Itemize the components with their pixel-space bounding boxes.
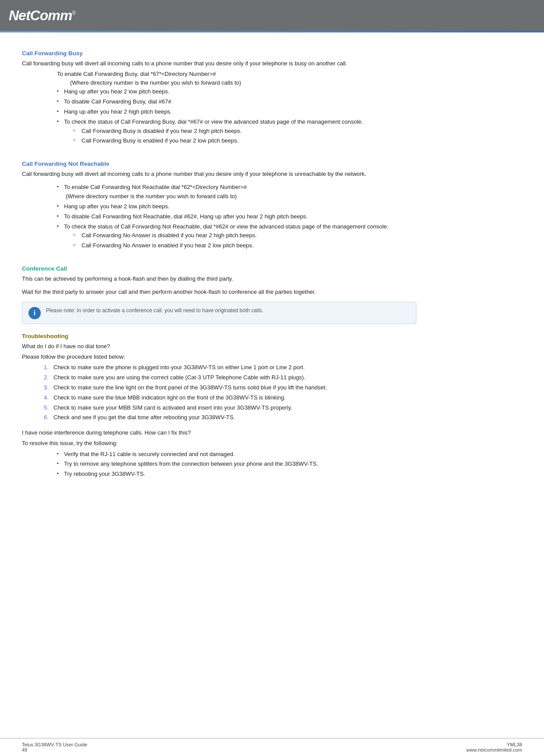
list-item: 6.Check and see if you get the dial tone… bbox=[44, 413, 522, 422]
list-item: 5.Check to make sure your MBB SIM card i… bbox=[44, 403, 522, 413]
conference-para2: Wait for the third party to answer your … bbox=[22, 288, 522, 296]
list-item: To enable Call Forwarding Not Reachable … bbox=[57, 183, 522, 201]
busy-circles: Call Forwarding Busy is disabled if you … bbox=[73, 127, 522, 146]
list-item: 3.Check to make sure the line light on t… bbox=[44, 383, 522, 392]
header: NetComm® bbox=[0, 0, 544, 31]
list-item: To check the status of Call Forwarding N… bbox=[57, 222, 522, 250]
list-item: Hang up after you hear 2 high pitch beep… bbox=[57, 107, 522, 117]
info-text: Please note: In order to activate a conf… bbox=[46, 307, 263, 314]
not-reachable-intro: Call forwarding busy will divert all inc… bbox=[22, 170, 522, 178]
troubleshooting-q1: What do I do if I have no dial tone? bbox=[22, 342, 522, 351]
busy-indent1a: To enable Call Forwarding Busy, dial *67… bbox=[57, 70, 522, 78]
footer: Telus 3G38WV-TS User Guide 49 YML38 www.… bbox=[0, 738, 544, 756]
section-title-troubleshooting: Troubleshooting bbox=[22, 333, 522, 339]
section-call-forwarding-busy: Call Forwarding Busy Call forwarding bus… bbox=[22, 50, 522, 146]
troubleshooting-q2: I have noise interference during telepho… bbox=[22, 428, 522, 437]
not-reachable-circles: Call Forwarding No Answer is disabled if… bbox=[73, 231, 522, 250]
list-item: 4.Check to make sure the blue MBB indica… bbox=[44, 393, 522, 403]
info-box: i Please note: In order to activate a co… bbox=[22, 302, 416, 324]
list-item: Try rebooting your 3G38WV-TS. bbox=[57, 470, 522, 479]
footer-page-number: 49 bbox=[22, 747, 87, 752]
section-title-conference: Conference Call bbox=[22, 265, 522, 272]
list-item: To check the status of Call Forwarding B… bbox=[57, 118, 522, 146]
list-item: Verify that the RJ-11 cable is securely … bbox=[57, 450, 522, 459]
list-item: Hang up after you hear 2 low pitch beeps… bbox=[57, 202, 522, 211]
not-reachable-bullets: To enable Call Forwarding Not Reachable … bbox=[57, 183, 522, 250]
busy-bullets: Hang up after you hear 2 low pitch beeps… bbox=[57, 87, 522, 146]
list-item: Try to remove any telephone splitters fr… bbox=[57, 460, 522, 469]
list-item: Call Forwarding Busy is disabled if you … bbox=[73, 127, 522, 136]
footer-doc-id: YML38 bbox=[466, 742, 522, 747]
info-icon: i bbox=[28, 307, 41, 319]
troubleshooting-q2-intro: To resolve this issue, try the following… bbox=[22, 439, 522, 448]
logo: NetComm® bbox=[9, 7, 75, 24]
troubleshooting-numbered: 1.Check to make sure the phone is plugge… bbox=[44, 363, 522, 422]
list-item: Call Forwarding No Answer is disabled if… bbox=[73, 231, 522, 240]
busy-indent1b: (Where directory number is the number yo… bbox=[70, 78, 522, 87]
troubleshooting-bullets: Verify that the RJ-11 cable is securely … bbox=[57, 450, 522, 479]
list-item: Hang up after you hear 2 low pitch beeps… bbox=[57, 87, 522, 96]
section-title-busy: Call Forwarding Busy bbox=[22, 50, 522, 57]
section-call-forwarding-not-reachable: Call Forwarding Not Reachable Call forwa… bbox=[22, 160, 522, 250]
list-item: Call Forwarding No Answer is enabled if … bbox=[73, 241, 522, 250]
footer-left: Telus 3G38WV-TS User Guide 49 bbox=[22, 742, 87, 752]
footer-right: YML38 www.netcommlimited.com bbox=[466, 742, 522, 752]
conference-para1: This can be achieved by performing a hoo… bbox=[22, 275, 522, 283]
footer-guide-title: Telus 3G38WV-TS User Guide bbox=[22, 742, 87, 747]
section-troubleshooting: Troubleshooting What do I do if I have n… bbox=[22, 333, 522, 479]
section-conference-call: Conference Call This can be achieved by … bbox=[22, 265, 522, 324]
busy-intro: Call forwarding busy will divert all inc… bbox=[22, 59, 522, 68]
list-item: Call Forwarding Busy is enabled if you h… bbox=[73, 136, 522, 146]
list-item: 2.Check to make sure you are using the c… bbox=[44, 373, 522, 382]
footer-website: www.netcommlimited.com bbox=[466, 747, 522, 752]
list-item: 1.Check to make sure the phone is plugge… bbox=[44, 363, 522, 372]
not-reachable-indent: (Where directory number is the number yo… bbox=[66, 192, 522, 201]
troubleshooting-q1-intro: Please follow the procedure listed below… bbox=[22, 353, 522, 361]
list-item: To disable Call Forwarding Not Reachable… bbox=[57, 212, 522, 221]
section-title-not-reachable: Call Forwarding Not Reachable bbox=[22, 160, 522, 167]
list-item: To disable Call Forwarding Busy, dial #6… bbox=[57, 97, 522, 107]
main-content: Call Forwarding Busy Call forwarding bus… bbox=[0, 32, 544, 506]
